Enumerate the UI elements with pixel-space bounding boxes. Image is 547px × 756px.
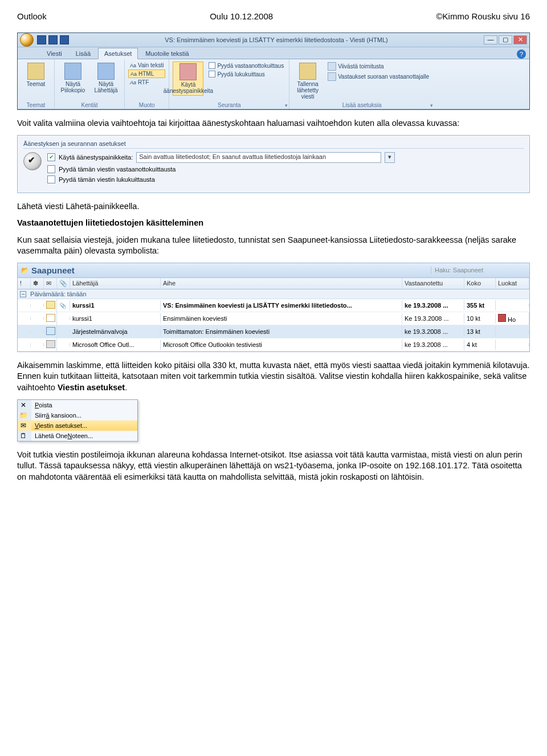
col-size[interactable]: Koko	[464, 278, 496, 289]
quick-access-toolbar	[37, 35, 69, 44]
read-receipt-checkbox[interactable]	[47, 175, 55, 183]
mail-read-icon	[46, 314, 55, 322]
mail-icon	[46, 340, 55, 348]
col-icon[interactable]: ✉	[44, 278, 57, 289]
group-lisaa-asetuksia: Tallenna lähetetty viesti Viivästä toimi…	[289, 59, 434, 109]
tab-asetukset[interactable]: Asetukset	[98, 48, 138, 59]
check-circle-icon	[23, 152, 42, 170]
inbox-column-headers: ! ✽ ✉ 📎 Lähettäjä Aihe Vastaanotettu Kok…	[18, 278, 529, 289]
col-from[interactable]: Lähettäjä	[70, 278, 161, 289]
delivery-receipt-checkbox[interactable]	[47, 165, 55, 173]
ctx-send-to-onenote[interactable]: 🗒 Lähetä OneNoteen...	[18, 431, 137, 441]
body-para-4: Aikaisemmin laskimme, että liitteiden ko…	[17, 360, 530, 394]
col-reminder-icon[interactable]: ✽	[31, 278, 44, 289]
group-label-lisaa: Lisää asetuksia▾	[289, 102, 434, 108]
header-right: ©Kimmo Rousku sivu 16	[436, 11, 530, 21]
tab-lisaa[interactable]: Lisää	[70, 48, 97, 59]
outlook-message-window: VS: Ensimmäinen koeviesti ja LISÄTTY esi…	[17, 32, 530, 110]
attachment-icon	[59, 302, 67, 309]
qat-save-icon[interactable]	[37, 35, 46, 44]
window-titlebar: VS: Ensimmäinen koeviesti ja LISÄTTY esi…	[18, 33, 529, 47]
minimize-button[interactable]: —	[484, 35, 497, 44]
tab-viesti[interactable]: Viesti	[40, 48, 68, 59]
voting-icon	[179, 63, 197, 80]
ctx-message-options[interactable]: ✉ Viestin asetukset...	[18, 420, 137, 431]
maximize-button[interactable]: ▢	[499, 35, 512, 44]
save-sent-button[interactable]: Tallenna lähetetty viesti	[293, 62, 323, 101]
ribbon-tabstrip: Viesti Lisää Asetukset Muotoile tekstiä …	[18, 47, 529, 59]
col-attachment-icon[interactable]: 📎	[57, 278, 70, 289]
voting-tracking-panel: Äänestyksen ja seurannan asetukset Käytä…	[17, 135, 530, 193]
dialog-launcher-icon[interactable]: ▾	[285, 103, 288, 108]
folder-icon: 📂	[21, 267, 29, 274]
close-button[interactable]: ✕	[513, 35, 527, 44]
inbox-header: 📂 Saapuneet Haku: Saapuneet	[18, 263, 529, 278]
delivery-receipt-row[interactable]: Pyydä tämän viestin vastaanottokuittaust…	[47, 165, 524, 173]
delay-delivery[interactable]: Viivästä toimitusta	[326, 62, 431, 71]
col-importance-icon[interactable]: !	[18, 278, 31, 289]
use-voting-checkbox[interactable]	[47, 153, 55, 161]
section-heading: Vastaanotettujen liitetiedostojen käsitt…	[17, 218, 530, 229]
themes-icon	[27, 63, 44, 80]
onenote-icon: 🗒	[19, 431, 28, 440]
dialog-launcher-icon[interactable]: ▾	[430, 103, 433, 108]
header-left: Outlook	[17, 11, 47, 21]
col-received[interactable]: Vastaanotettu	[402, 278, 464, 289]
inbox-date-group[interactable]: − Päivämäärä: tänään	[18, 289, 529, 299]
show-bcc-button[interactable]: Näytä Piilokopio	[58, 62, 88, 95]
group-teemat: Teemat Teemat	[18, 59, 55, 109]
collapse-icon[interactable]: −	[20, 291, 26, 297]
request-read-receipt[interactable]: Pyydä lukukuittaus	[207, 70, 285, 78]
message-options-icon: ✉	[19, 421, 28, 430]
help-button[interactable]: ?	[517, 50, 526, 59]
group-seuranta: Käytä äänestyspainikkeita Pyydä vastaano…	[169, 59, 289, 109]
category-color-icon	[498, 314, 506, 322]
inbox-title: Saapuneet	[31, 265, 431, 275]
use-voting-row: Käytä äänestyspainikkeita: Sain avattua …	[47, 152, 524, 163]
inbox-list: 📂 Saapuneet Haku: Saapuneet ! ✽ ✉ 📎 Lähe…	[17, 263, 530, 352]
save-sent-icon	[299, 63, 316, 80]
format-html[interactable]: AaHTML	[128, 70, 165, 78]
panel-heading: Äänestyksen ja seurannan asetukset	[23, 140, 524, 149]
voting-options-input[interactable]: Sain avattua liitetiedostot; En saanut a…	[136, 152, 381, 163]
request-delivery-receipt[interactable]: Pyydä vastaanottokuittaus	[207, 62, 285, 70]
show-from-button[interactable]: Näytä Lähettäjä	[91, 62, 121, 95]
system-mail-icon	[46, 327, 55, 335]
checkbox-icon	[209, 62, 215, 69]
body-para-5: Voit tutkia viestin postileimoja ikkunan…	[17, 449, 530, 483]
group-muoto: AaVain teksti AaHTML AaRTF Muoto	[125, 59, 169, 109]
direct-replies-icon	[328, 72, 336, 81]
office-button[interactable]	[20, 33, 34, 47]
inbox-row[interactable]: kurssi1 VS: Ensimmäinen koeviesti ja LIS…	[18, 299, 529, 312]
delete-icon: ✕	[19, 401, 28, 410]
direct-replies[interactable]: Vastaukset suoraan vastaanottajalle	[326, 72, 431, 81]
col-categories[interactable]: Luokat	[496, 278, 529, 289]
ctx-move-to-folder[interactable]: 📁 Siirrä kansioon...	[18, 410, 137, 420]
read-receipt-row[interactable]: Pyydä tämän viestin lukukuittausta	[47, 175, 524, 183]
body-para-3: Kun saat sellaisia viestejä, joiden muka…	[17, 235, 530, 257]
body-para-2: Lähetä viesti Lähetä-painikkeella.	[17, 201, 530, 213]
inbox-row[interactable]: Järjestelmänvalvoja Toimittamaton: Ensim…	[18, 325, 529, 338]
inbox-row[interactable]: Microsoft Office Outl... Microsoft Offic…	[18, 338, 529, 352]
use-voting-button[interactable]: Käytä äänestyspainikkeita	[173, 62, 203, 96]
inbox-row[interactable]: kurssi1 Ensimmäinen koeviesti Ke 19.3.20…	[18, 312, 529, 325]
body-para-1: Voit valita valmiina olevia vaihtoehtoja…	[17, 118, 530, 129]
themes-button[interactable]: Teemat	[21, 62, 51, 88]
use-voting-label: Käytä äänestyspainikkeita:	[59, 154, 133, 161]
voting-dropdown-icon[interactable]: ▾	[385, 152, 395, 163]
qat-redo-icon[interactable]	[60, 35, 69, 44]
group-label-seuranta: Seuranta▾	[169, 102, 289, 108]
ctx-delete[interactable]: ✕ Poista	[18, 400, 137, 410]
show-from-icon	[97, 63, 115, 80]
tab-muotoile[interactable]: Muotoile tekstiä	[139, 48, 195, 59]
delay-icon	[328, 62, 336, 71]
format-plaintext[interactable]: AaVain teksti	[128, 62, 165, 69]
format-rtf[interactable]: AaRTF	[128, 79, 165, 86]
qat-undo-icon[interactable]	[48, 35, 58, 44]
move-folder-icon: 📁	[19, 411, 28, 420]
col-subject[interactable]: Aihe	[161, 278, 402, 289]
show-bcc-icon	[64, 63, 81, 80]
inbox-search[interactable]: Haku: Saapuneet	[431, 267, 526, 273]
window-buttons: — ▢ ✕	[484, 35, 527, 44]
group-kentat: Näytä Piilokopio Näytä Lähettäjä Kentät	[55, 59, 125, 109]
